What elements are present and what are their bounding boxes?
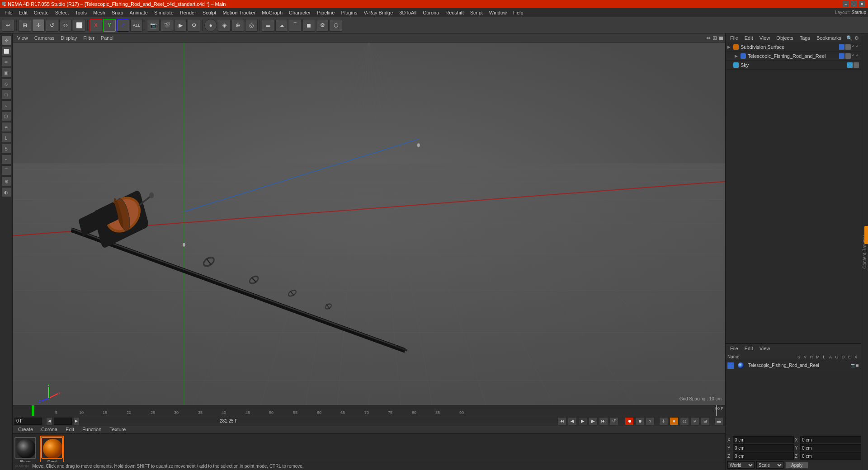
menu-select[interactable]: Select <box>52 9 72 16</box>
apply-button[interactable]: Apply <box>785 462 808 469</box>
tool-paint[interactable]: ✏ <box>1 57 11 67</box>
coord-z-input[interactable] <box>733 452 794 460</box>
menu-script[interactable]: Script <box>467 9 486 16</box>
tool-magnet[interactable]: S <box>1 144 11 154</box>
toolbar-z-axis[interactable]: Z <box>117 19 129 32</box>
go-to-end-btn[interactable]: ⏭ <box>599 417 608 425</box>
om-menu-bookmarks[interactable]: Bookmarks <box>814 35 844 41</box>
menu-render[interactable]: Render <box>177 9 199 16</box>
tool-move[interactable]: ✛ <box>1 35 11 45</box>
menu-redshift[interactable]: Redshift <box>443 9 466 16</box>
frame-dec-btn[interactable]: ◀ <box>46 417 52 425</box>
help-btn[interactable]: ? <box>646 417 655 425</box>
viewport-container[interactable]: View Cameras Display Filter Panel ⇔ ⊞ ◼ … <box>13 33 725 405</box>
toolbar-material[interactable]: ◼ <box>302 19 315 32</box>
om-menu-tags[interactable]: Tags <box>797 35 813 41</box>
menu-file[interactable]: File <box>2 9 15 16</box>
viewport-icon-1[interactable]: ⇔ <box>706 35 711 41</box>
material-swatch-base[interactable] <box>14 437 36 459</box>
coord-world-select[interactable]: World Object Local <box>727 461 755 469</box>
menu-create[interactable]: Create <box>31 9 52 16</box>
current-frame-input[interactable] <box>14 418 42 425</box>
material-tab-corona[interactable]: Corona <box>38 426 61 433</box>
toolbar-x-axis[interactable]: X <box>90 19 102 32</box>
toolbar-texture-mode[interactable]: ◈ <box>218 19 231 32</box>
coord-y-input[interactable] <box>733 444 794 451</box>
menu-3dtoall[interactable]: 3DToAll <box>396 9 419 16</box>
toolbar-more2[interactable]: ⬡ <box>330 19 342 32</box>
menu-corona[interactable]: Corona <box>420 9 442 16</box>
menu-simulate[interactable]: Simulate <box>151 9 176 16</box>
toolbar-scale[interactable]: ⇔ <box>59 19 72 32</box>
maximize-button[interactable]: □ <box>851 1 857 7</box>
record-btn[interactable]: ⏺ <box>625 417 634 425</box>
obj-row-fishing-rod[interactable]: ▶ Telescopic_Fishing_Rod_and_Reel ✓ ✓ <box>726 52 861 61</box>
toolbar-new-object[interactable]: ⊞ <box>19 19 31 32</box>
tool-fill[interactable]: ▣ <box>1 68 11 78</box>
viewport-menu-panel[interactable]: Panel <box>98 35 116 41</box>
toolbar-spline[interactable]: ⌒ <box>289 19 302 32</box>
om-menu-file[interactable]: File <box>727 35 741 41</box>
menu-tools[interactable]: Tools <box>72 9 90 16</box>
tool-sphere[interactable]: ○ <box>1 100 11 110</box>
toolbar-move[interactable]: ✛ <box>32 19 45 32</box>
menu-snap[interactable]: Snap <box>109 9 126 16</box>
coord-x2-input[interactable] <box>800 436 861 443</box>
menu-mograph[interactable]: MoGraph <box>259 9 285 16</box>
tool-grid[interactable]: ⊞ <box>1 176 11 186</box>
toolbar-more1[interactable]: ⚙ <box>316 19 329 32</box>
viewport-menu-cameras[interactable]: Cameras <box>32 35 57 41</box>
viewport-menu-display[interactable]: Display <box>58 35 80 41</box>
om-settings-icon[interactable]: ⚙ <box>854 35 859 41</box>
tool-knife[interactable]: L <box>1 133 11 143</box>
menu-animate[interactable]: Animate <box>127 9 151 16</box>
play-btn[interactable]: ▶ <box>578 417 587 425</box>
timeline-area[interactable]: 0 5 10 15 20 25 30 35 40 45 50 55 60 65 … <box>13 405 725 416</box>
record-mode-btn[interactable]: ⏺ <box>635 417 644 425</box>
toolbar-animation-mode[interactable]: ◎ <box>245 19 258 32</box>
coord-x-input[interactable] <box>733 436 794 443</box>
toolbar-render-active-view[interactable]: ▶ <box>174 19 187 32</box>
tool-cube[interactable]: □ <box>1 89 11 99</box>
status-icon-5[interactable]: ▬ <box>714 417 723 425</box>
tool-select[interactable]: ⬜ <box>1 46 11 56</box>
material-item-base[interactable]: Base <box>14 437 36 465</box>
om-menu-edit[interactable]: Edit <box>742 35 756 41</box>
om-search-icon[interactable]: 🔍 <box>846 35 853 41</box>
obj-row-subdivision[interactable]: ▶ Subdivision Surface ✓ ✓ <box>726 42 861 52</box>
toolbar-sky[interactable]: ☁ <box>275 19 288 32</box>
step-back-btn[interactable]: ◀ <box>568 417 577 425</box>
menu-help[interactable]: Help <box>510 9 526 16</box>
viewport-3d[interactable]: Perspective <box>13 42 725 405</box>
frame-input-2[interactable] <box>54 418 72 425</box>
coord-scale-select[interactable]: Scale Position Rotation <box>756 461 783 469</box>
viewport-icon-2[interactable]: ⊞ <box>712 35 717 41</box>
orange-accent-tab[interactable] <box>864 226 868 244</box>
mm-menu-edit[interactable]: Edit <box>742 345 756 352</box>
toolbar-object-axis[interactable]: ⊕ <box>231 19 244 32</box>
menu-pipeline[interactable]: Pipeline <box>314 9 337 16</box>
tool-sculpt-brush[interactable]: ~ <box>1 155 11 164</box>
mat-row-fishing-rod[interactable]: Telescopic_Fishing_Rod_and_Reel 📷 ◼ <box>726 361 861 370</box>
tool-spline-pen[interactable]: ✒ <box>1 122 11 132</box>
frame-inc-btn[interactable]: ▶ <box>73 417 80 425</box>
tool-cylinder[interactable]: ⬡ <box>1 111 11 121</box>
material-tab-texture[interactable]: Texture <box>106 426 129 433</box>
toolbar-rotate[interactable]: ↺ <box>46 19 58 32</box>
viewport-menu-view[interactable]: View <box>14 35 31 41</box>
toolbar-select-object[interactable]: ⬜ <box>73 19 85 32</box>
om-menu-objects[interactable]: Objects <box>774 35 796 41</box>
mm-menu-view[interactable]: View <box>757 345 773 352</box>
material-tab-edit[interactable]: Edit <box>62 426 78 433</box>
toolbar-render-region[interactable]: 📷 <box>147 19 160 32</box>
om-menu-view[interactable]: View <box>757 35 773 41</box>
loop-btn[interactable]: ↺ <box>609 417 618 425</box>
coord-z2-input[interactable] <box>800 452 861 460</box>
toolbar-all-axes[interactable]: ALL <box>130 19 143 32</box>
go-to-start-btn[interactable]: ⏮ <box>557 417 566 425</box>
coord-y2-input[interactable] <box>800 444 861 451</box>
toolbar-render-to-picture[interactable]: 🎬 <box>160 19 173 32</box>
status-icon-3[interactable]: ◎ <box>680 417 689 425</box>
status-icon-1[interactable]: ✛ <box>659 417 668 425</box>
tool-poly[interactable]: ◇ <box>1 79 11 89</box>
